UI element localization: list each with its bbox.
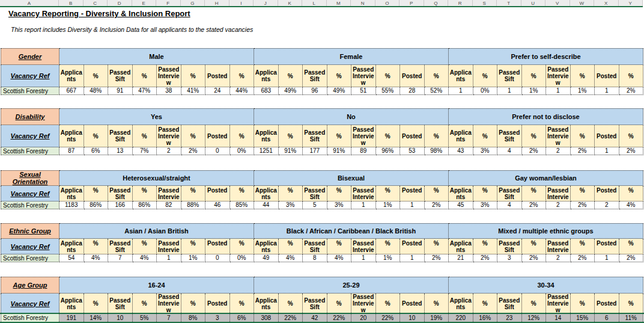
data-cell[interactable]: 1251 — [254, 147, 279, 155]
data-cell[interactable]: 683 — [254, 87, 279, 95]
data-cell[interactable]: 12% — [522, 314, 547, 322]
metric-header[interactable]: Passed Sift — [303, 239, 327, 254]
column-header-W[interactable]: W — [570, 0, 595, 6]
row-label[interactable]: Scottish Forestry — [1, 147, 59, 155]
data-cell[interactable]: 1 — [546, 87, 571, 95]
metric-header[interactable]: Applicants — [254, 239, 279, 254]
metric-header[interactable]: % — [571, 186, 595, 201]
metric-header[interactable]: % — [473, 239, 498, 254]
data-cell[interactable]: 0% — [473, 87, 498, 95]
category-label-ethnic-group[interactable]: Ethnic Group — [1, 223, 59, 239]
data-cell[interactable]: 1% — [181, 254, 206, 262]
data-cell[interactable]: 91% — [327, 147, 352, 155]
data-cell[interactable]: 6% — [230, 314, 255, 322]
metric-header[interactable]: % — [619, 186, 644, 201]
data-cell[interactable]: 47% — [133, 87, 157, 95]
data-cell[interactable]: 19% — [425, 314, 449, 322]
column-header-Q[interactable]: Q — [424, 0, 449, 6]
data-cell[interactable]: 667 — [59, 87, 84, 95]
data-cell[interactable]: 2 — [546, 147, 571, 155]
data-cell[interactable]: 86% — [133, 201, 157, 209]
data-cell[interactable]: 91% — [279, 147, 303, 155]
metric-header[interactable]: % — [619, 125, 644, 147]
data-cell[interactable]: 13 — [108, 147, 133, 155]
metric-header[interactable]: % — [279, 186, 303, 201]
metric-header[interactable]: % — [522, 186, 547, 201]
row-label[interactable]: Scottish Forestry — [1, 201, 59, 209]
data-cell[interactable]: 5% — [133, 314, 157, 322]
metric-header[interactable]: % — [230, 294, 255, 314]
metric-header[interactable]: Passed Sift — [108, 186, 133, 201]
metric-header[interactable]: Passed Interview — [157, 294, 181, 314]
data-cell[interactable]: 2% — [522, 201, 547, 209]
group-header[interactable]: Asian / Asian British — [59, 223, 254, 239]
data-cell[interactable]: 1 — [595, 254, 619, 262]
metric-header[interactable]: Passed Sift — [497, 125, 522, 147]
data-cell[interactable]: 6 — [595, 314, 619, 322]
group-header[interactable]: Female — [254, 48, 449, 65]
metric-header[interactable]: Passed Sift — [497, 65, 522, 87]
metric-header[interactable]: Passed Interview — [546, 239, 571, 254]
column-header-M[interactable]: M — [327, 0, 351, 6]
metric-header[interactable]: % — [619, 239, 644, 254]
data-cell[interactable]: 1183 — [59, 201, 84, 209]
metric-header[interactable]: Applicants — [449, 125, 473, 147]
data-cell[interactable]: 177 — [303, 147, 327, 155]
category-label-age-group[interactable]: Age Group — [1, 277, 59, 294]
metric-header[interactable]: % — [84, 65, 109, 87]
column-header-P[interactable]: P — [399, 0, 424, 6]
metric-header[interactable]: % — [230, 125, 255, 147]
metric-header[interactable]: Posted — [205, 294, 230, 314]
data-cell[interactable]: 28 — [400, 87, 425, 95]
column-header-I[interactable]: I — [229, 0, 254, 6]
metric-header[interactable]: % — [84, 294, 109, 314]
metric-header[interactable]: % — [376, 239, 401, 254]
metric-header[interactable]: % — [181, 125, 206, 147]
data-cell[interactable]: 191 — [59, 314, 84, 322]
data-cell[interactable]: 16% — [473, 314, 498, 322]
data-cell[interactable]: 2% — [425, 254, 449, 262]
data-cell[interactable]: 14 — [546, 314, 571, 322]
data-cell[interactable]: 23 — [497, 314, 522, 322]
data-cell[interactable]: 44% — [230, 87, 255, 95]
data-cell[interactable]: 41% — [181, 87, 206, 95]
metric-header[interactable]: Posted — [400, 65, 425, 87]
metric-header[interactable]: Passed Interview — [546, 65, 571, 87]
metric-header[interactable]: % — [425, 294, 449, 314]
data-cell[interactable]: 49% — [279, 87, 303, 95]
data-cell[interactable]: 22% — [327, 314, 352, 322]
data-cell[interactable]: 6% — [84, 147, 109, 155]
group-header[interactable]: Gay woman/lesbian — [449, 170, 643, 186]
data-cell[interactable]: 1 — [400, 201, 425, 209]
data-cell[interactable]: 22% — [376, 314, 401, 322]
data-cell[interactable]: 53 — [400, 147, 425, 155]
metric-header[interactable]: Passed Sift — [303, 125, 327, 147]
data-cell[interactable]: 49% — [327, 87, 352, 95]
group-header[interactable]: 30-34 — [449, 277, 643, 294]
column-header-C[interactable]: C — [84, 0, 108, 6]
data-cell[interactable]: 86% — [84, 201, 109, 209]
data-cell[interactable]: 51 — [351, 87, 376, 95]
metric-header[interactable]: % — [619, 294, 644, 314]
group-header[interactable]: Yes — [59, 108, 254, 125]
data-cell[interactable]: 55% — [376, 87, 401, 95]
data-cell[interactable]: 0% — [230, 147, 255, 155]
category-label-sexual-orientation[interactable]: Sexual Orientation — [1, 170, 59, 186]
metric-header[interactable]: Passed Sift — [303, 186, 327, 201]
data-cell[interactable]: 1% — [571, 87, 595, 95]
data-cell[interactable]: 1 — [497, 87, 522, 95]
data-cell[interactable]: 4% — [84, 254, 109, 262]
metric-header[interactable]: % — [522, 125, 547, 147]
metric-header[interactable]: % — [425, 125, 449, 147]
metric-header[interactable]: Passed Interview — [546, 186, 571, 201]
data-cell[interactable]: 1% — [376, 254, 401, 262]
data-cell[interactable]: 3% — [473, 201, 498, 209]
metric-header[interactable]: % — [425, 239, 449, 254]
data-cell[interactable]: 2% — [473, 254, 498, 262]
metric-header[interactable]: % — [181, 65, 206, 87]
metric-header[interactable]: Passed Sift — [108, 125, 133, 147]
group-header[interactable]: Bisexual — [254, 170, 449, 186]
data-cell[interactable]: 4% — [279, 254, 303, 262]
group-header[interactable]: 16-24 — [59, 277, 254, 294]
metric-header[interactable]: Passed Interview — [546, 294, 571, 314]
